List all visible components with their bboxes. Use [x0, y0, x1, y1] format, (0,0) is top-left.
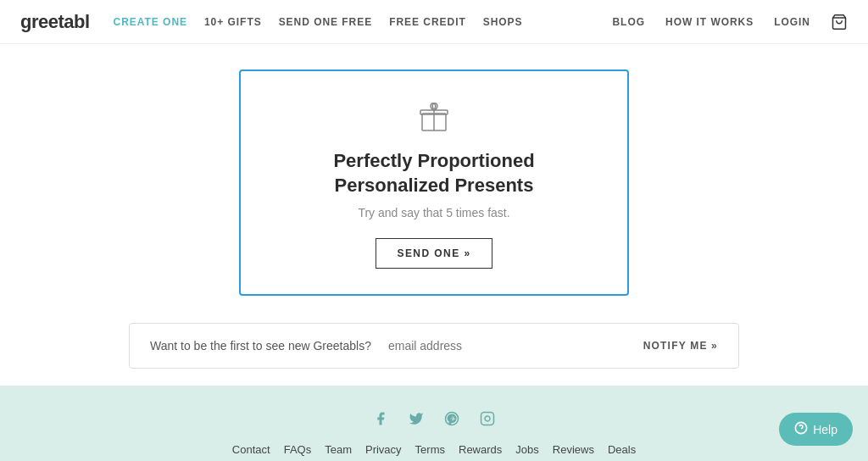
- footer-jobs[interactable]: Jobs: [515, 443, 538, 456]
- main-content: Perfectly Proportioned Personalized Pres…: [0, 44, 868, 386]
- cart-icon[interactable]: [831, 14, 848, 31]
- footer-privacy[interactable]: Privacy: [365, 443, 402, 456]
- hero-title: Perfectly Proportioned Personalized Pres…: [275, 149, 593, 197]
- footer-team[interactable]: Team: [325, 443, 352, 456]
- nav-login[interactable]: LOGIN: [774, 16, 810, 28]
- help-button[interactable]: Help: [779, 413, 853, 446]
- header: greetabl CREATE ONE 10+ GIFTS SEND ONE F…: [0, 0, 868, 44]
- nav-send-one-free[interactable]: SEND ONE FREE: [279, 16, 373, 28]
- nav-how-it-works[interactable]: HOW IT WORKS: [665, 16, 754, 28]
- help-circle-icon: [794, 421, 808, 437]
- footer-links: Contact FAQs Team Privacy Terms Rewards …: [232, 443, 636, 456]
- notify-button[interactable]: NOTIFY ME »: [643, 340, 718, 352]
- email-section: Want to be the first to see new Greetabl…: [129, 323, 739, 369]
- footer-deals[interactable]: Deals: [608, 443, 636, 456]
- nav-10-gifts[interactable]: 10+ GIFTS: [204, 16, 262, 28]
- hero-card: Perfectly Proportioned Personalized Pres…: [239, 69, 629, 296]
- nav-free-credit[interactable]: FREE CREDIT: [389, 16, 466, 28]
- pinterest-icon[interactable]: [442, 409, 461, 428]
- footer-rewards[interactable]: Rewards: [459, 443, 502, 456]
- footer-reviews[interactable]: Reviews: [553, 443, 594, 456]
- help-label: Help: [813, 423, 837, 436]
- social-icons: [371, 409, 497, 428]
- send-one-button[interactable]: SEND ONE »: [376, 238, 492, 269]
- logo[interactable]: greetabl: [20, 11, 90, 33]
- instagram-icon[interactable]: [478, 409, 497, 428]
- nav-left: CREATE ONE 10+ GIFTS SEND ONE FREE FREE …: [114, 16, 613, 28]
- gift-icon: [419, 102, 449, 136]
- nav-create-one[interactable]: CREATE ONE: [114, 16, 187, 28]
- facebook-icon[interactable]: [371, 409, 390, 428]
- nav-blog[interactable]: BLOG: [612, 16, 645, 28]
- svg-rect-4: [481, 413, 494, 425]
- nav-shops[interactable]: SHOPS: [483, 16, 523, 28]
- email-label: Want to be the first to see new Greetabl…: [150, 339, 371, 353]
- twitter-icon[interactable]: [407, 409, 426, 428]
- footer-terms[interactable]: Terms: [415, 443, 445, 456]
- footer: Contact FAQs Team Privacy Terms Rewards …: [0, 386, 868, 461]
- footer-faqs[interactable]: FAQs: [284, 443, 312, 456]
- hero-subtitle: Try and say that 5 times fast.: [358, 206, 509, 219]
- nav-right: BLOG HOW IT WORKS LOGIN: [612, 14, 848, 31]
- email-input[interactable]: [388, 339, 643, 353]
- footer-contact[interactable]: Contact: [232, 443, 270, 456]
